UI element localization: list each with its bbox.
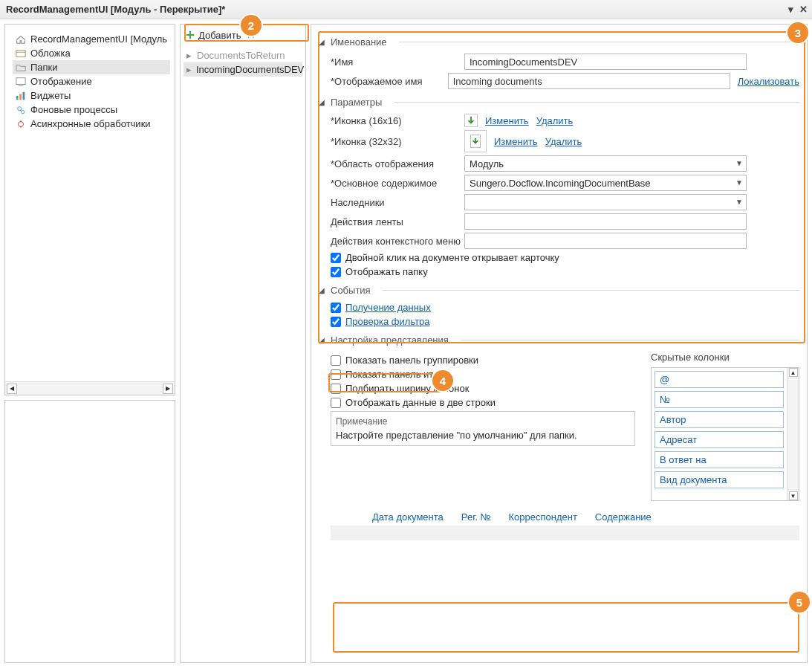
callout-5: 5 [789, 592, 810, 613]
chevron-down-icon: ◢ [319, 98, 325, 106]
show-group-panel-checkbox[interactable] [331, 355, 341, 366]
preview-grid: Дата документа Рег. № Корреспондент Соде… [331, 508, 799, 540]
svg-rect-2 [16, 77, 25, 84]
grid-col[interactable]: Рег. № [461, 511, 491, 523]
folder-item-incoming-dev[interactable]: ▸ IncomingDocumentsDEV [183, 62, 302, 77]
gears-icon [16, 105, 26, 115]
display-area-select[interactable]: Модуль ▼ [464, 155, 747, 172]
scroll-left-icon[interactable]: ◀ [7, 384, 17, 394]
main-content-value: Sungero.Docflow.IncomingDocumentBase [470, 178, 651, 189]
get-data-checkbox[interactable] [331, 303, 341, 313]
ribbon-actions-label: Действия ленты [331, 216, 464, 227]
name-label: *Имя [331, 56, 464, 68]
left-tree-hscroll[interactable]: ◀ ▶ [5, 381, 175, 395]
section-title: Именование [331, 36, 387, 48]
dropdown-icon[interactable]: ▾ [788, 4, 793, 15]
tree-item-label: Фоновые процессы [30, 104, 117, 115]
hidden-col-item[interactable]: № [655, 391, 784, 408]
name-input[interactable] [464, 54, 747, 70]
widgets-icon [16, 91, 26, 101]
section-params[interactable]: ◢ Параметры [319, 97, 799, 108]
show-group-panel-label: Показать панель группировки [345, 355, 478, 366]
note-box: Примечание Настройте представление "по у… [331, 411, 635, 446]
tree-item-display[interactable]: Отображение [13, 74, 170, 88]
svg-point-7 [18, 106, 22, 110]
main-content: RecordManagementUI [Модуль Обложка [0, 19, 812, 669]
tree-root-label: RecordManagementUI [Модуль [30, 33, 167, 45]
hidden-col-item[interactable]: Адресат [655, 431, 784, 448]
left-tree-panel: RecordManagementUI [Модуль Обложка [4, 24, 175, 395]
properties-panel: ◢ Именование *Имя *Отображаемое имя Лока… [311, 24, 808, 663]
hidden-col-item[interactable]: Автор [655, 411, 784, 428]
section-title: Параметры [331, 97, 382, 108]
grid-header[interactable]: Дата документа Рег. № Корреспондент Соде… [331, 508, 799, 526]
ribbon-actions-input[interactable] [464, 213, 747, 230]
tree-item-label: Виджеты [30, 90, 71, 101]
icon16-change-link[interactable]: Изменить [485, 115, 529, 126]
show-folder-label: Отображать папку [345, 266, 428, 277]
hidden-col-item[interactable]: В ответ на [655, 451, 784, 468]
chevron-down-icon: ▼ [735, 159, 743, 167]
auto-col-width-checkbox[interactable] [331, 384, 341, 394]
tree-item-async[interactable]: Асинхронные обработчики [13, 117, 170, 131]
heirs-select[interactable]: ▼ [464, 194, 747, 210]
section-title: Настройка представления [331, 334, 449, 346]
callout-4: 4 [432, 370, 453, 391]
home-icon [16, 34, 26, 45]
filter-check-link[interactable]: Проверка фильтра [345, 316, 430, 327]
svg-point-9 [19, 121, 24, 126]
note-title: Примечание [336, 416, 630, 427]
module-tree[interactable]: RecordManagementUI [Модуль Обложка [5, 25, 175, 138]
ctxmenu-actions-label: Действия контекстного меню [331, 236, 464, 247]
add-button[interactable]: Добавить [185, 30, 241, 41]
tree-item-cover[interactable]: Обложка [13, 46, 170, 60]
grid-col[interactable]: Дата документа [372, 511, 444, 523]
main-content-label: *Основное содержимое [331, 178, 464, 189]
section-title: События [331, 285, 371, 296]
icon32-delete-link[interactable]: Удалить [545, 136, 582, 147]
titlebar: RecordManagementUI [Модуль - Перекрытие]… [0, 0, 812, 19]
grid-col[interactable]: Содержание [595, 511, 652, 523]
ctxmenu-actions-input[interactable] [464, 233, 747, 249]
scroll-up-icon[interactable]: ▲ [789, 368, 798, 377]
dblclick-opens-card-label: Двойной клик на документе открывает карт… [345, 252, 559, 263]
hidden-cols-scrollbar[interactable]: ▲ ▼ [787, 368, 799, 500]
tree-root[interactable]: RecordManagementUI [Модуль [13, 32, 170, 46]
filter-check-checkbox[interactable] [331, 317, 341, 327]
dblclick-opens-card-checkbox[interactable] [331, 253, 341, 263]
get-data-link[interactable]: Получение данных [345, 302, 431, 313]
section-view[interactable]: ◢ Настройка представления [319, 334, 799, 346]
tree-item-label: Отображение [30, 76, 92, 87]
tree-item-bgproc[interactable]: Фоновые процессы [13, 103, 170, 117]
scroll-down-icon[interactable]: ▼ [789, 491, 798, 500]
grid-col[interactable]: Корреспондент [508, 511, 576, 523]
svg-rect-4 [16, 96, 19, 100]
tree-item-folders[interactable]: Папки [13, 60, 170, 74]
display-area-value: Модуль [470, 158, 504, 169]
main-content-select[interactable]: Sungero.Docflow.IncomingDocumentBase ▼ [464, 175, 747, 191]
card-icon [16, 48, 26, 59]
plus-icon [185, 30, 195, 40]
hidden-col-item[interactable]: Вид документа [655, 471, 784, 488]
divider [383, 290, 799, 291]
folders-list[interactable]: ▸ DocumentsToReturn ▸ IncomingDocumentsD… [181, 45, 305, 80]
chevron-down-icon: ▼ [735, 198, 743, 206]
hidden-col-item[interactable]: @ [655, 371, 784, 388]
hidden-cols-list[interactable]: @ № Автор Адресат В ответ на Вид докумен… [652, 368, 787, 500]
folder-item-documents-to-return[interactable]: ▸ DocumentsToReturn [183, 48, 302, 62]
two-line-data-checkbox[interactable] [331, 398, 341, 408]
show-folder-checkbox[interactable] [331, 267, 341, 277]
close-icon[interactable]: ✕ [799, 4, 808, 15]
tree-item-widgets[interactable]: Виджеты [13, 88, 170, 103]
localize-link[interactable]: Локализовать [738, 76, 799, 87]
icon16-delete-link[interactable]: Удалить [536, 115, 574, 126]
section-events[interactable]: ◢ События [319, 285, 799, 296]
section-naming[interactable]: ◢ Именование [319, 36, 799, 48]
scroll-right-icon[interactable]: ▶ [163, 384, 173, 394]
displayname-input[interactable] [448, 73, 730, 89]
grid-row[interactable] [331, 526, 799, 540]
window-title: RecordManagementUI [Модуль - Перекрытие]… [6, 4, 225, 15]
left-bottom-panel [4, 400, 175, 663]
icon32-change-link[interactable]: Изменить [494, 136, 538, 147]
show-totals-panel-checkbox[interactable] [331, 369, 341, 380]
